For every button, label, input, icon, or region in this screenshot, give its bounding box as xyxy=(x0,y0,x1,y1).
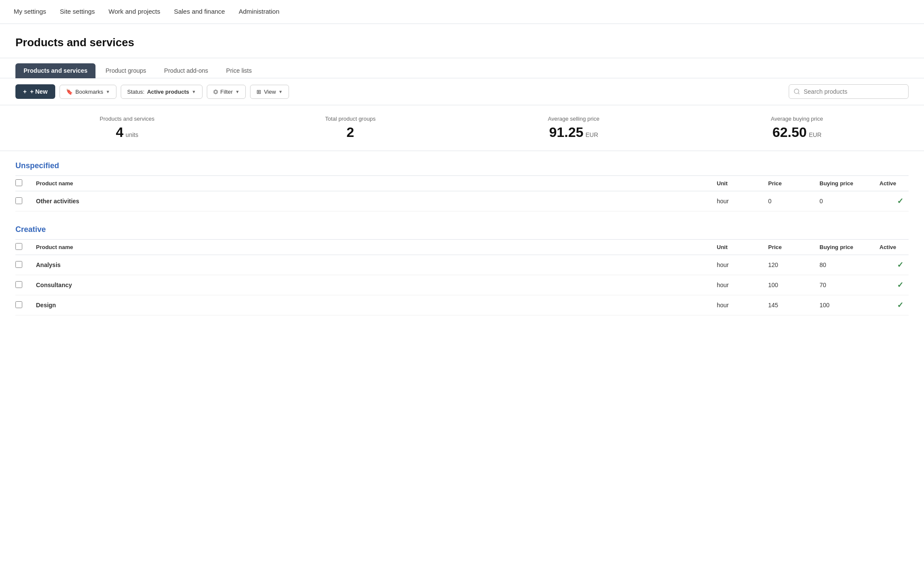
bookmark-icon: 🔖 xyxy=(66,89,73,95)
td-checkbox-design xyxy=(15,295,31,315)
th-product-name-unspecified: Product name xyxy=(31,176,712,191)
tab-product-groups[interactable]: Product groups xyxy=(97,63,154,78)
th-product-name-creative: Product name xyxy=(31,240,712,255)
select-all-unspecified[interactable] xyxy=(15,179,22,186)
table-row: Design hour 145 100 ✓ xyxy=(15,295,909,315)
td-name-analysis[interactable]: Analysis xyxy=(31,255,712,275)
td-buying-analysis: 80 xyxy=(814,255,874,275)
td-price-analysis: 120 xyxy=(763,255,814,275)
svg-line-1 xyxy=(798,93,799,94)
group-unspecified: Unspecified Product name Unit Price Buyi… xyxy=(15,161,909,211)
nav-work-projects[interactable]: Work and projects xyxy=(109,0,161,24)
th-buying-creative: Buying price xyxy=(814,240,874,255)
group-title-unspecified[interactable]: Unspecified xyxy=(15,161,909,170)
stat-buying-value: 62.50 EUR xyxy=(686,125,909,140)
td-active-analysis: ✓ xyxy=(874,255,909,275)
th-price-creative: Price xyxy=(763,240,814,255)
status-prefix: Status: xyxy=(127,89,144,95)
stat-selling-value: 91.25 EUR xyxy=(462,125,686,140)
td-buying-consultancy: 70 xyxy=(814,275,874,295)
chevron-down-icon-3: ▼ xyxy=(235,89,240,94)
nav-sales-finance[interactable]: Sales and finance xyxy=(174,0,225,24)
nav-my-settings[interactable]: My settings xyxy=(14,0,46,24)
stat-products-value: 4 units xyxy=(15,125,239,140)
td-unit-design: hour xyxy=(712,295,763,315)
td-unit-consultancy: hour xyxy=(712,275,763,295)
product-table-unspecified: Product name Unit Price Buying price Act… xyxy=(15,175,909,211)
nav-administration[interactable]: Administration xyxy=(238,0,279,24)
search-icon xyxy=(793,88,800,95)
stats-row: Products and services 4 units Total prod… xyxy=(0,105,924,151)
filter-label: Filter xyxy=(221,89,233,95)
group-title-creative[interactable]: Creative xyxy=(15,225,909,234)
stat-avg-buying: Average buying price 62.50 EUR xyxy=(686,116,909,140)
td-name-other[interactable]: Other activities xyxy=(31,191,712,211)
filter-icon: ⏣ xyxy=(213,89,218,95)
th-checkbox-unspecified xyxy=(15,176,31,191)
tab-products-services[interactable]: Products and services xyxy=(15,63,95,78)
status-button[interactable]: Status: Active products ▼ xyxy=(121,85,203,99)
tab-product-addons[interactable]: Product add-ons xyxy=(156,63,216,78)
td-unit-analysis: hour xyxy=(712,255,763,275)
stat-avg-selling: Average selling price 91.25 EUR xyxy=(462,116,686,140)
th-active-unspecified: Active xyxy=(874,176,909,191)
nav-site-settings[interactable]: Site settings xyxy=(60,0,95,24)
page-wrapper: Products and services Products and servi… xyxy=(0,24,924,576)
view-icon: ⊞ xyxy=(256,89,261,95)
td-checkbox-analysis xyxy=(15,255,31,275)
checkbox-analysis[interactable] xyxy=(15,261,22,268)
select-all-creative[interactable] xyxy=(15,243,22,250)
new-button-label: + New xyxy=(30,88,48,95)
chevron-down-icon-4: ▼ xyxy=(278,89,283,94)
th-unit-unspecified: Unit xyxy=(712,176,763,191)
checkbox-other-activities[interactable] xyxy=(15,197,22,204)
td-price-design: 145 xyxy=(763,295,814,315)
checkbox-design[interactable] xyxy=(15,301,22,308)
table-row: Analysis hour 120 80 ✓ xyxy=(15,255,909,275)
view-button[interactable]: ⊞ View ▼ xyxy=(250,85,289,99)
active-check-icon: ✓ xyxy=(897,197,903,205)
th-checkbox-creative xyxy=(15,240,31,255)
content-area: Unspecified Product name Unit Price Buyi… xyxy=(0,151,924,339)
td-unit-other: hour xyxy=(712,191,763,211)
new-button[interactable]: + + New xyxy=(15,84,55,99)
stat-groups-label: Total product groups xyxy=(239,116,462,122)
tab-price-lists[interactable]: Price lists xyxy=(218,63,260,78)
th-price-unspecified: Price xyxy=(763,176,814,191)
td-buying-design: 100 xyxy=(814,295,874,315)
filter-button[interactable]: ⏣ Filter ▼ xyxy=(207,85,246,99)
stat-products-count: Products and services 4 units xyxy=(15,116,239,140)
th-active-creative: Active xyxy=(874,240,909,255)
tab-bar: Products and services Product groups Pro… xyxy=(0,58,924,78)
th-unit-creative: Unit xyxy=(712,240,763,255)
group-creative: Creative Product name Unit Price Buying … xyxy=(15,225,909,315)
page-title: Products and services xyxy=(15,36,909,49)
toolbar: + + New 🔖 Bookmarks ▼ Status: Active pro… xyxy=(0,78,924,105)
page-header: Products and services xyxy=(0,24,924,58)
td-price-other: 0 xyxy=(763,191,814,211)
active-check-icon: ✓ xyxy=(897,281,903,289)
chevron-down-icon: ▼ xyxy=(106,89,110,94)
th-buying-unspecified: Buying price xyxy=(814,176,874,191)
checkbox-consultancy[interactable] xyxy=(15,281,22,288)
stat-product-groups: Total product groups 2 xyxy=(239,116,462,140)
search-input[interactable] xyxy=(804,85,904,98)
bookmarks-label: Bookmarks xyxy=(75,89,103,95)
search-wrap xyxy=(789,84,909,99)
table-row: Other activities hour 0 0 ✓ xyxy=(15,191,909,211)
td-active-design: ✓ xyxy=(874,295,909,315)
stat-products-label: Products and services xyxy=(15,116,239,122)
td-buying-other: 0 xyxy=(814,191,874,211)
bookmarks-button[interactable]: 🔖 Bookmarks ▼ xyxy=(60,85,116,99)
plus-icon: + xyxy=(23,88,27,95)
td-name-consultancy[interactable]: Consultancy xyxy=(31,275,712,295)
top-navigation: My settings Site settings Work and proje… xyxy=(0,0,924,24)
td-checkbox-consultancy xyxy=(15,275,31,295)
td-name-design[interactable]: Design xyxy=(31,295,712,315)
active-check-icon: ✓ xyxy=(897,261,903,269)
status-value: Active products xyxy=(147,89,189,95)
chevron-down-icon-2: ▼ xyxy=(192,89,196,94)
stat-selling-label: Average selling price xyxy=(462,116,686,122)
td-active-other: ✓ xyxy=(874,191,909,211)
td-checkbox-other xyxy=(15,191,31,211)
